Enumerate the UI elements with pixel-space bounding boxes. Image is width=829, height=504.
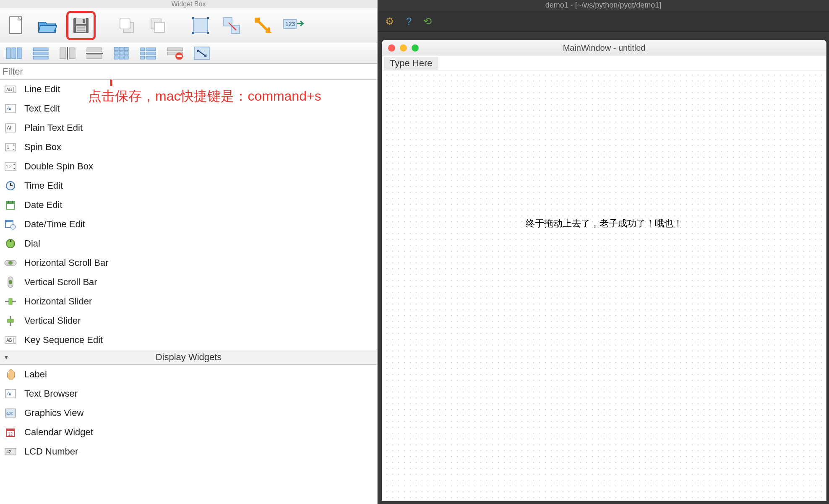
layout-horizontal-splitter-button[interactable] xyxy=(58,45,77,62)
widget-item-label: Double Spin Box xyxy=(24,161,93,172)
widget-item-label: Line Edit xyxy=(24,84,60,95)
widget-item-graphics[interactable]: abcGraphics View xyxy=(0,403,377,423)
widget-item-label: Text Edit xyxy=(24,103,60,114)
ide-toolbar: ⚙ ? ⟲ xyxy=(378,11,829,32)
svg-rect-37 xyxy=(114,52,118,55)
svg-point-89 xyxy=(8,372,9,373)
edit-widgets-icon xyxy=(191,16,210,35)
bring-to-front-button[interactable] xyxy=(146,14,169,37)
layout-vertical-splitter-button[interactable] xyxy=(85,45,104,62)
vslider-icon xyxy=(4,316,17,326)
svg-text:AI: AI xyxy=(6,391,12,397)
widget-item-lcd[interactable]: 42LCD Number xyxy=(0,442,377,461)
widget-item-time[interactable]: Time Edit xyxy=(0,176,377,195)
send-to-back-button[interactable] xyxy=(115,14,138,37)
widget-item-text-edit[interactable]: AIText Edit xyxy=(0,99,377,118)
tab-order-icon: 123 xyxy=(283,17,305,34)
config-icon[interactable]: ⚙ xyxy=(385,16,394,27)
edit-tab-order-button[interactable]: 123 xyxy=(282,14,305,37)
break-layout-icon xyxy=(167,47,183,60)
widget-item-label: Time Edit xyxy=(24,180,63,191)
break-layout-button[interactable] xyxy=(165,45,185,62)
widget-item-datetime[interactable]: Date/Time Edit xyxy=(0,215,377,234)
widget-item-label: Date Edit xyxy=(24,200,63,210)
edit-buddies-button[interactable] xyxy=(251,14,274,37)
widget-item-label: Spin Box xyxy=(24,142,61,153)
widget-item-label: Plain Text Edit xyxy=(24,122,83,133)
line-edit-icon: AB xyxy=(4,84,17,94)
edit-widgets-button[interactable] xyxy=(189,14,212,37)
widget-item-vscroll[interactable]: Vertical Scroll Bar xyxy=(0,273,377,292)
svg-rect-40 xyxy=(114,56,118,59)
svg-rect-74 xyxy=(5,220,13,222)
adjust-size-button[interactable] xyxy=(192,45,211,62)
svg-rect-39 xyxy=(124,52,128,55)
edit-signals-button[interactable] xyxy=(220,14,243,37)
widget-list[interactable]: 点击保存，mac快捷键是：command+s ABLine EditAIText… xyxy=(0,80,377,504)
menubar-type-here[interactable]: Type Here xyxy=(384,57,438,70)
widget-item-dial[interactable]: Dial xyxy=(0,234,377,253)
widget-item-keyseq[interactable]: ABKey Sequence Edit xyxy=(0,330,377,350)
save-button[interactable] xyxy=(69,14,93,37)
svg-rect-41 xyxy=(119,56,123,59)
widget-item-line-edit[interactable]: ABLine Edit xyxy=(0,80,377,99)
new-form-button[interactable] xyxy=(4,14,28,37)
widget-box-panel: Widget Box xyxy=(0,0,378,504)
spinbox-icon: 1 xyxy=(4,142,17,152)
datetime-icon xyxy=(4,219,17,229)
hslider-icon xyxy=(4,296,17,307)
svg-rect-34 xyxy=(114,47,118,51)
layout-form-button[interactable] xyxy=(138,45,158,62)
svg-rect-85 xyxy=(8,319,13,322)
widget-item-label: Vertical Slider xyxy=(24,315,81,326)
main-toolbar-row1: 123 xyxy=(0,8,377,43)
widget-item-vslider[interactable]: Vertical Slider xyxy=(0,311,377,330)
widget-item-label: Calendar Widget xyxy=(24,427,93,438)
widget-item-spinbox[interactable]: 1Spin Box xyxy=(0,138,377,157)
canvas-label-widget[interactable]: 终于拖动上去了，老子成功了！哦也！ xyxy=(526,217,683,230)
layout-horizontal-button[interactable] xyxy=(4,45,23,62)
plain-text-icon: AI xyxy=(4,123,17,133)
dial-icon xyxy=(4,239,17,249)
svg-text:42: 42 xyxy=(6,449,11,454)
open-icon xyxy=(37,17,57,34)
sync-icon[interactable]: ⟲ xyxy=(423,16,432,27)
widget-item-text-browser[interactable]: AIText Browser xyxy=(0,384,377,403)
widget-item-plain-text[interactable]: AIPlain Text Edit xyxy=(0,118,377,138)
svg-rect-81 xyxy=(9,280,12,284)
widget-item-label[interactable]: Label xyxy=(0,365,377,384)
svg-rect-25 xyxy=(33,48,48,51)
layout-vertical-button[interactable] xyxy=(31,45,50,62)
svg-rect-3 xyxy=(83,19,85,23)
widget-item-label: LCD Number xyxy=(24,446,78,457)
adjust-size-icon xyxy=(193,46,210,60)
design-canvas[interactable]: 终于拖动上去了，老子成功了！哦也！ xyxy=(382,70,826,501)
help-icon[interactable]: ? xyxy=(406,16,412,27)
svg-text:AB: AB xyxy=(6,87,12,92)
widget-item-double-spin[interactable]: 1.2Double Spin Box xyxy=(0,157,377,176)
svg-rect-12 xyxy=(193,18,208,33)
filter-input[interactable] xyxy=(3,66,375,77)
preview-titlebar[interactable]: MainWindow - untitled xyxy=(382,40,826,56)
widget-item-label: Vertical Scroll Bar xyxy=(24,277,97,288)
layout-grid-button[interactable] xyxy=(112,45,131,62)
svg-rect-48 xyxy=(146,56,156,59)
display-widgets-group-header[interactable]: ▼ Display Widgets xyxy=(0,350,377,365)
svg-rect-29 xyxy=(69,48,75,59)
svg-text:1.2: 1.2 xyxy=(6,164,12,169)
widget-item-label: Date/Time Edit xyxy=(24,219,85,230)
widget-item-hslider[interactable]: Horizontal Slider xyxy=(0,292,377,311)
preview-menubar[interactable]: Type Here xyxy=(382,56,826,70)
svg-rect-15 xyxy=(192,32,194,34)
svg-rect-38 xyxy=(119,52,123,55)
widget-item-calendar[interactable]: 12Calendar Widget xyxy=(0,423,377,442)
group-header-label: Display Widgets xyxy=(156,352,222,363)
widget-item-date[interactable]: Date Edit xyxy=(0,195,377,215)
svg-rect-24 xyxy=(17,48,21,59)
open-button[interactable] xyxy=(35,14,59,37)
vscroll-icon xyxy=(4,277,17,287)
svg-rect-36 xyxy=(124,47,128,51)
signals-icon xyxy=(222,16,241,35)
svg-rect-16 xyxy=(207,32,209,34)
widget-item-hscroll[interactable]: Horizontal Scroll Bar xyxy=(0,253,377,273)
